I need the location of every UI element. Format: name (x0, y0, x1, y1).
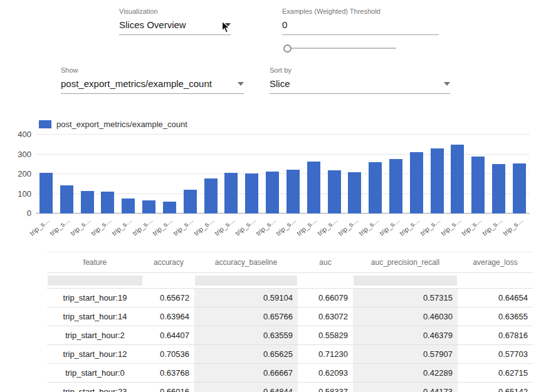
metric-cell: 0.66016 (143, 383, 194, 392)
column-header[interactable]: accuracy_baseline (194, 252, 298, 273)
bar[interactable] (389, 159, 402, 214)
table-header-row: featureaccuracyaccuracy_baselineaucauc_p… (47, 252, 533, 273)
table-row[interactable]: trip_start_hour:00.637680.666670.620930.… (47, 364, 533, 383)
visualization-select[interactable]: Slices Overview (119, 19, 231, 35)
bar[interactable] (163, 202, 176, 214)
visualization-control: Visualization Slices Overview (119, 8, 231, 35)
bar-slot (241, 135, 262, 214)
feature-cell: trip_start_hour:19 (47, 289, 143, 307)
legend-label: post_export_metrics/example_count (56, 120, 187, 129)
feature-cell: trip_start_hour:2 (47, 326, 143, 345)
filter-box[interactable] (48, 276, 142, 286)
filter-box[interactable] (195, 276, 297, 286)
column-header[interactable]: average_loss (458, 252, 533, 273)
bar-slot (97, 135, 118, 214)
bar[interactable] (122, 199, 135, 214)
x-label-slot: trip_s… (509, 215, 530, 243)
chart-legend: post_export_metrics/example_count (39, 120, 187, 129)
metric-cell: 0.58337 (298, 383, 353, 392)
bar[interactable] (348, 172, 361, 214)
metric-cell: 0.46030 (353, 307, 458, 326)
feature-cell: trip_start_hour:0 (47, 364, 143, 383)
x-axis-labels: trip_s…trip_s…trip_s…trip_s…trip_s…trip_… (36, 215, 530, 243)
column-header[interactable]: feature (47, 252, 143, 273)
metric-cell: 0.65672 (143, 289, 194, 307)
slider-knob[interactable] (283, 44, 292, 53)
filter-cell (143, 273, 194, 289)
show-select[interactable]: post_export_metrics/example_count (61, 78, 244, 94)
bar[interactable] (142, 200, 155, 214)
bar[interactable] (328, 170, 341, 214)
bar-slot (488, 135, 509, 214)
metric-cell: 0.63655 (458, 307, 533, 326)
bar-slot (118, 135, 139, 214)
feature-cell: trip_start_hour:23 (47, 383, 143, 392)
metric-cell: 0.57315 (353, 289, 458, 307)
bar[interactable] (266, 172, 279, 214)
metrics-table-wrap: featureaccuracyaccuracy_baselineaucauc_p… (47, 252, 533, 392)
show-label: Show (61, 66, 244, 74)
metric-cell: 0.42289 (353, 364, 458, 383)
bar[interactable] (101, 192, 114, 214)
y-tick-label: 400 (5, 130, 31, 140)
bar[interactable] (204, 178, 218, 214)
metric-cell: 0.71230 (298, 345, 353, 364)
filter-cell (47, 273, 143, 289)
bar-slot (448, 135, 468, 214)
filter-cell (458, 273, 533, 289)
bar[interactable] (184, 190, 197, 214)
bar[interactable] (245, 173, 258, 214)
threshold-label: Examples (Weighted) Threshold (282, 8, 439, 15)
legend-swatch (39, 120, 51, 128)
bar-slot (77, 135, 98, 214)
column-header[interactable]: auc_precision_recall (353, 252, 458, 273)
slices-overview-app: Visualization Slices Overview Examples (… (0, 0, 541, 392)
x-tick-label: trip_s… (28, 216, 51, 237)
bar[interactable] (369, 162, 382, 214)
metric-cell: 0.70536 (143, 345, 194, 364)
bar[interactable] (81, 191, 94, 214)
metric-cell: 0.57907 (353, 345, 458, 364)
sort-by-label: Sort by (270, 66, 450, 74)
bar-slot (344, 135, 365, 214)
metric-cell: 0.66079 (298, 289, 353, 307)
bar[interactable] (513, 163, 526, 214)
column-header[interactable]: auc (298, 252, 353, 273)
metric-cell: 0.65625 (194, 345, 298, 364)
sort-by-select[interactable]: Slice (270, 78, 450, 94)
bar[interactable] (451, 145, 464, 214)
chevron-down-icon (444, 82, 450, 86)
bars (36, 135, 530, 214)
show-value: post_export_metrics/example_count (61, 78, 212, 89)
table-row[interactable]: trip_start_hour:190.656720.591040.660790… (47, 289, 533, 307)
column-header[interactable]: accuracy (143, 252, 194, 273)
table-row[interactable]: trip_start_hour:230.660160.648440.583370… (47, 383, 533, 392)
threshold-input[interactable]: 0 (282, 19, 439, 35)
table-row[interactable]: trip_start_hour:20.644070.635590.558290.… (47, 326, 533, 345)
table-body: trip_start_hour:190.656720.591040.660790… (47, 289, 533, 392)
visualization-value: Slices Overview (119, 19, 186, 30)
metric-cell: 0.64654 (458, 289, 533, 307)
bar-slot (324, 135, 345, 214)
threshold-slider[interactable] (283, 44, 396, 52)
metric-cell: 0.62715 (458, 364, 533, 383)
bar[interactable] (39, 173, 53, 214)
filter-cell (194, 273, 298, 289)
metric-cell: 0.64407 (143, 326, 194, 345)
bar[interactable] (431, 148, 444, 214)
bar[interactable] (471, 157, 485, 214)
bar-slot (365, 135, 386, 214)
bar[interactable] (410, 152, 423, 214)
metrics-table: featureaccuracyaccuracy_baselineaucauc_p… (47, 252, 533, 392)
y-tick-label: 100 (5, 189, 31, 199)
bar[interactable] (60, 185, 73, 214)
bar[interactable] (307, 162, 320, 214)
bar-slot (283, 135, 303, 214)
bar[interactable] (492, 164, 505, 214)
table-row[interactable]: trip_start_hour:140.639640.657660.630720… (47, 307, 533, 326)
table-row[interactable]: trip_start_hour:120.705360.656250.712300… (47, 345, 533, 364)
bar[interactable] (224, 173, 238, 214)
bar-slot (159, 135, 180, 214)
bar[interactable] (286, 170, 300, 214)
filter-box[interactable] (354, 276, 457, 286)
